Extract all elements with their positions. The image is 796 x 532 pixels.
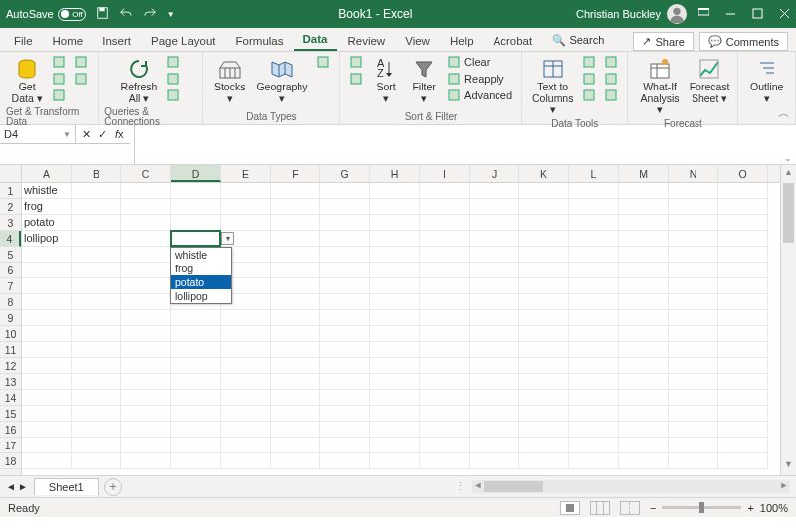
cell-I8[interactable] (420, 294, 470, 310)
redo-icon[interactable] (143, 6, 157, 22)
cell-M13[interactable] (619, 374, 669, 390)
cell-B1[interactable] (72, 183, 121, 199)
cell-K14[interactable] (519, 390, 569, 406)
row-header-5[interactable]: 5 (0, 247, 21, 263)
cell-M16[interactable] (619, 422, 669, 438)
cell-B4[interactable] (72, 231, 121, 247)
view-page-layout-button[interactable] (590, 501, 610, 515)
cell-B12[interactable] (72, 358, 121, 374)
cell-N8[interactable] (669, 294, 718, 310)
cell-D4[interactable] (171, 231, 221, 247)
cell-O15[interactable] (718, 406, 768, 422)
cell-L6[interactable] (569, 263, 619, 278)
cell-J14[interactable] (470, 390, 519, 406)
cell-O17[interactable] (718, 438, 768, 453)
cell-K10[interactable] (519, 326, 569, 342)
row-header-9[interactable]: 9 (0, 310, 21, 326)
cell-G11[interactable] (320, 342, 370, 358)
maximize-icon[interactable] (752, 8, 763, 21)
column-header-B[interactable]: B (72, 165, 121, 182)
cell-M14[interactable] (619, 390, 669, 406)
cell-C10[interactable] (121, 326, 171, 342)
column-header-J[interactable]: J (470, 165, 519, 182)
cell-M8[interactable] (619, 294, 669, 310)
cell-J6[interactable] (470, 263, 519, 278)
zoom-slider[interactable] (662, 506, 741, 509)
cell-D15[interactable] (171, 406, 221, 422)
cell-K3[interactable] (519, 215, 569, 231)
cell-H6[interactable] (370, 263, 420, 278)
cell-N17[interactable] (669, 438, 718, 453)
cell-H17[interactable] (370, 438, 420, 453)
cell-I15[interactable] (420, 406, 470, 422)
scroll-left-icon[interactable]: ◄ (472, 480, 484, 490)
filter-button[interactable]: Filter ▾ (406, 54, 442, 106)
cell-G6[interactable] (320, 263, 370, 278)
cell-M11[interactable] (619, 342, 669, 358)
row-header-10[interactable]: 10 (0, 326, 21, 342)
cell-G10[interactable] (320, 326, 370, 342)
cell-G14[interactable] (320, 390, 370, 406)
cell-B7[interactable] (72, 278, 121, 294)
cell-L17[interactable] (569, 438, 619, 453)
sheet-next-icon[interactable]: ► (18, 481, 28, 492)
cell-B11[interactable] (72, 342, 121, 358)
cell-M10[interactable] (619, 326, 669, 342)
cell-N15[interactable] (669, 406, 718, 422)
column-header-L[interactable]: L (569, 165, 619, 182)
cell-C12[interactable] (121, 358, 171, 374)
cell-J12[interactable] (470, 358, 519, 374)
what-if-button[interactable]: What-IfAnalysis ▾ (634, 54, 685, 118)
cell-C5[interactable] (121, 247, 171, 263)
data-val-button[interactable] (579, 88, 599, 103)
cell-H4[interactable] (370, 231, 420, 247)
cell-J15[interactable] (470, 406, 519, 422)
cell-O9[interactable] (718, 310, 768, 326)
cell-F4[interactable] (271, 231, 320, 247)
data-validation-list[interactable]: whistlefrogpotatolollipop (170, 247, 232, 304)
cell-K5[interactable] (519, 247, 569, 263)
column-header-N[interactable]: N (669, 165, 718, 182)
cell-F8[interactable] (271, 294, 320, 310)
cell-G1[interactable] (320, 183, 370, 199)
cell-F7[interactable] (271, 278, 320, 294)
cell-K2[interactable] (519, 199, 569, 215)
column-header-K[interactable]: K (519, 165, 569, 182)
cell-E3[interactable] (221, 215, 271, 231)
cell-L9[interactable] (569, 310, 619, 326)
cell-H13[interactable] (370, 374, 420, 390)
cell-F15[interactable] (271, 406, 320, 422)
cell-G3[interactable] (320, 215, 370, 231)
cell-C11[interactable] (121, 342, 171, 358)
cell-L2[interactable] (569, 199, 619, 215)
cell-A18[interactable] (22, 453, 72, 469)
cell-I12[interactable] (420, 358, 470, 374)
cell-L1[interactable] (569, 183, 619, 199)
cell-E2[interactable] (221, 199, 271, 215)
cell-K13[interactable] (519, 374, 569, 390)
cell-E15[interactable] (221, 406, 271, 422)
cell-C16[interactable] (121, 422, 171, 438)
cell-G17[interactable] (320, 438, 370, 453)
cell-N7[interactable] (669, 278, 718, 294)
cell-K16[interactable] (519, 422, 569, 438)
cell-G16[interactable] (320, 422, 370, 438)
cell-I6[interactable] (420, 263, 470, 278)
dropdown-option[interactable]: whistle (171, 248, 231, 262)
cell-I5[interactable] (420, 247, 470, 263)
qat-dropdown-icon[interactable]: ▼ (167, 10, 175, 19)
cell-A14[interactable] (22, 390, 72, 406)
cell-L3[interactable] (569, 215, 619, 231)
cell-N11[interactable] (669, 342, 718, 358)
view-normal-button[interactable] (560, 501, 580, 515)
cell-M7[interactable] (619, 278, 669, 294)
select-all-corner[interactable] (0, 165, 21, 183)
clear-button[interactable]: Clear (444, 54, 515, 70)
cell-L18[interactable] (569, 453, 619, 469)
cell-D17[interactable] (171, 438, 221, 453)
cell-B6[interactable] (72, 263, 121, 278)
cell-C3[interactable] (121, 215, 171, 231)
cell-I9[interactable] (420, 310, 470, 326)
cell-M4[interactable] (619, 231, 669, 247)
row-header-8[interactable]: 8 (0, 294, 21, 310)
